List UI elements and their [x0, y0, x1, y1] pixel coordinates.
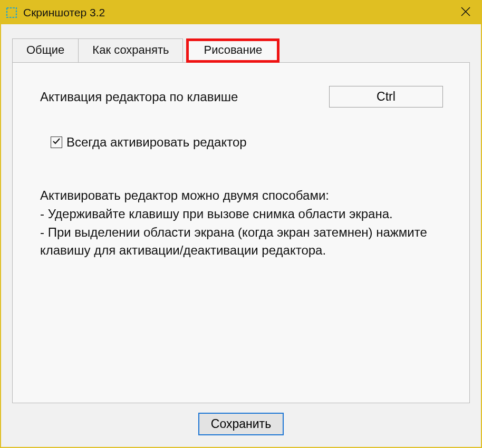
checkmark-icon	[52, 137, 61, 148]
tab-drawing[interactable]: Рисование	[186, 38, 279, 63]
tab-panel-drawing: Активация редактора по клавише Ctrl Всег…	[12, 62, 470, 403]
activation-label: Активация редактора по клавише	[40, 90, 238, 104]
always-activate-label: Всегда активировать редактор	[66, 135, 247, 150]
app-window: Скриншотер 3.2 Общие Как сохранять Рисов…	[0, 0, 482, 448]
activation-key-select[interactable]: Ctrl	[329, 86, 443, 108]
always-activate-checkbox[interactable]	[51, 137, 62, 148]
help-text: Активировать редактор можно двумя способ…	[40, 187, 443, 260]
svg-rect-0	[7, 8, 16, 17]
close-icon	[461, 7, 470, 18]
app-icon	[5, 6, 18, 19]
tab-drawing-label: Рисование	[189, 41, 277, 60]
tab-strip: Общие Как сохранять Рисование	[12, 38, 470, 62]
always-activate-row[interactable]: Всегда активировать редактор	[51, 135, 443, 150]
save-button[interactable]: Сохранить	[198, 413, 284, 435]
client-area: Общие Как сохранять Рисование Активация …	[1, 24, 481, 447]
close-button[interactable]	[450, 1, 481, 24]
titlebar: Скриншотер 3.2	[1, 1, 481, 24]
footer: Сохранить	[12, 403, 470, 435]
tab-how-to-save[interactable]: Как сохранять	[78, 38, 183, 63]
window-title: Скриншотер 3.2	[23, 6, 105, 19]
activation-row: Активация редактора по клавише Ctrl	[40, 86, 443, 108]
tab-general[interactable]: Общие	[12, 38, 79, 63]
